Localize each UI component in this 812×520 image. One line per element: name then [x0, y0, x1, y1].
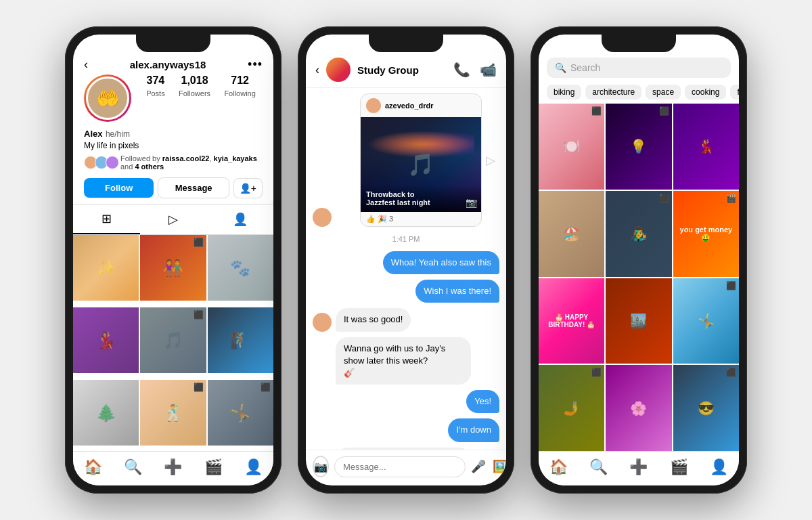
tab-grid[interactable]: ⊞ [73, 204, 140, 234]
photo-badge-8: ⬛ [194, 383, 204, 392]
post-author-avatar [366, 98, 381, 113]
profile-header: ‹ alex.anyways18 ••• [73, 52, 273, 74]
explore-cell-12[interactable]: 😎 ⬛ [673, 365, 739, 451]
phone-call-icon[interactable]: 📞 [453, 62, 470, 78]
nav-home-3[interactable]: 🏠 [544, 457, 573, 477]
cell-badge-10: ⬛ [591, 368, 602, 377]
followers-stat[interactable]: 1,018 Followers [179, 74, 210, 99]
tag-space[interactable]: space [646, 85, 681, 100]
grid-icon: ⊞ [102, 211, 112, 226]
cell-badge-2: ⬛ [659, 106, 669, 116]
photo-cell-1[interactable]: ✨ [73, 235, 139, 301]
message-button[interactable]: Message [158, 177, 229, 198]
post-reactions[interactable]: 👍 🎉 3 [361, 212, 481, 226]
search-bar[interactable]: 🔍 Search [547, 58, 731, 78]
message-input-area: 📷 🎤 🖼️ 😊 [306, 450, 506, 485]
explore-search-area: 🔍 Search [539, 52, 739, 81]
tab-tagged[interactable]: 👤 [206, 204, 273, 234]
nav-search-1[interactable]: 🔍 [118, 457, 148, 477]
bottom-nav-1: 🏠 🔍 ➕ 🎬 👤 [73, 451, 273, 485]
explore-cell-11[interactable]: 🌸 [606, 365, 671, 451]
messages-back-button[interactable]: ‹ [315, 63, 319, 77]
image-icon[interactable]: 🖼️ [493, 459, 506, 474]
microphone-icon[interactable]: 🎤 [471, 459, 486, 474]
photo-cell-2[interactable]: 👫 ⬛ [140, 235, 206, 301]
reels-icon: ▷ [168, 212, 178, 227]
explore-cell-1[interactable]: 🍽️ ⬛ [539, 104, 604, 190]
msg-received-1: It was so good! [313, 308, 499, 331]
profile-tabs: ⊞ ▷ 👤 [73, 204, 273, 235]
post-caption: Throwback toJazzfest last night [361, 185, 481, 212]
username: alex.anyways18 [130, 59, 206, 70]
explore-cell-9[interactable]: 🤸 ⬛ [673, 278, 739, 364]
shared-post: azevedo_drdr 🎵 Throwback toJazzfest last… [360, 93, 482, 227]
photo-cell-9[interactable]: 🤸 ⬛ [208, 380, 273, 446]
msg-bubble-sent-1: Whoa! Yeah also saw this [383, 251, 499, 274]
menu-button[interactable]: ••• [248, 58, 263, 72]
msg-bubble-received-1: It was so good! [336, 308, 411, 331]
search-placeholder-text: Search [570, 62, 600, 73]
photo-cell-7[interactable]: 🌲 [73, 380, 139, 446]
messages-area[interactable]: azevedo_drdr 🎵 Throwback toJazzfest last… [306, 88, 506, 450]
add-friend-button[interactable]: 👤+ [233, 178, 263, 198]
nav-reels-3[interactable]: 🎬 [664, 457, 694, 477]
message-input[interactable] [334, 456, 466, 477]
explore-cell-7[interactable]: 🎂 HAPPY BIRTHDAY! 🎂 [539, 278, 604, 364]
photo-cell-3[interactable]: 🐾 [208, 235, 273, 301]
sender-avatar-2 [313, 313, 332, 332]
group-name: Study Group [357, 64, 447, 76]
phone-3: 🔍 Search biking architecture space cooki… [531, 26, 747, 494]
posts-stat: 374 Posts [146, 74, 165, 99]
cell-badge-5: ⬛ [659, 194, 669, 203]
video-call-icon[interactable]: 📹 [480, 62, 497, 78]
phone-2: ‹ Study Group 📞 📹 azevedo_drdr [298, 26, 514, 494]
msg-received-2: Wanna go with us to Jay's show later thi… [313, 337, 499, 385]
explore-grid: 🍽️ ⬛ 💡 ⬛ 💃 � [539, 104, 739, 451]
tag-biking[interactable]: biking [547, 85, 581, 100]
reels-badge: ⬛ [194, 238, 204, 247]
search-icon: 🔍 [555, 62, 566, 73]
profile-avatar: 🤲 [84, 74, 131, 122]
nav-home-1[interactable]: 🏠 [78, 457, 108, 477]
followed-text: Followed by raissa.cool22, kyia_kayaks a… [120, 154, 263, 171]
explore-cell-8[interactable]: 🏙️ [606, 278, 671, 364]
msg-bubble-sent-3: Yes! [466, 390, 499, 413]
photo-cell-5[interactable]: 🎵 ⬛ [140, 307, 206, 373]
explore-cell-2[interactable]: 💡 ⬛ [606, 104, 671, 190]
msg-bubble-sent-4: I'm down [448, 418, 499, 441]
tag-architecture[interactable]: architecture [585, 85, 641, 100]
camera-button[interactable]: 📷 [313, 456, 329, 477]
explore-cell-10[interactable]: 🤳 ⬛ [539, 365, 604, 451]
explore-cell-3[interactable]: 💃 [673, 104, 739, 190]
nav-add-1[interactable]: ➕ [158, 457, 187, 477]
post-image: 🎵 Throwback toJazzfest last night 📷 [361, 117, 481, 212]
back-button[interactable]: ‹ [84, 58, 88, 72]
nav-profile-3[interactable]: 👤 [704, 457, 734, 477]
msg-sent-1: Whoa! Yeah also saw this [313, 251, 499, 274]
tag-cooking[interactable]: cooking [685, 85, 726, 100]
photo-cell-8[interactable]: 🕺 ⬛ [140, 380, 206, 446]
follow-button[interactable]: Follow [84, 178, 154, 198]
tab-reels[interactable]: ▷ [140, 204, 207, 234]
photo-cell-6[interactable]: 🧗 [208, 307, 273, 373]
notch-3 [602, 35, 676, 52]
explore-cell-6[interactable]: you get money 🤑 🎬 [673, 191, 739, 277]
nav-profile-1[interactable]: 👤 [239, 457, 268, 477]
notch-1 [136, 35, 210, 52]
nav-reels-1[interactable]: 🎬 [199, 457, 228, 477]
bottom-nav-3: 🏠 🔍 ➕ 🎬 👤 [539, 451, 739, 485]
nav-search-3[interactable]: 🔍 [584, 457, 613, 477]
profile-actions: Follow Message 👤+ [73, 175, 273, 204]
nav-add-3[interactable]: ➕ [624, 457, 653, 477]
cell-badge-9: ⬛ [726, 281, 736, 290]
cell-badge-12: ⬛ [726, 368, 736, 377]
tag-fashion[interactable]: fashion [730, 85, 739, 100]
photo-cell-4[interactable]: 💃 [73, 307, 139, 373]
msg-bubble-sent-2: Wish I was there! [415, 280, 499, 303]
following-stat[interactable]: 712 Following [224, 74, 255, 99]
messages-header: ‹ Study Group 📞 📹 [306, 52, 506, 88]
profile-bio: My life in pixels [84, 141, 263, 150]
msg-bubble-received-2: Wanna go with us to Jay's show later thi… [336, 337, 471, 385]
explore-cell-4[interactable]: 🏖️ [539, 191, 604, 277]
explore-cell-5[interactable]: 👨‍🎤 ⬛ [606, 191, 671, 277]
